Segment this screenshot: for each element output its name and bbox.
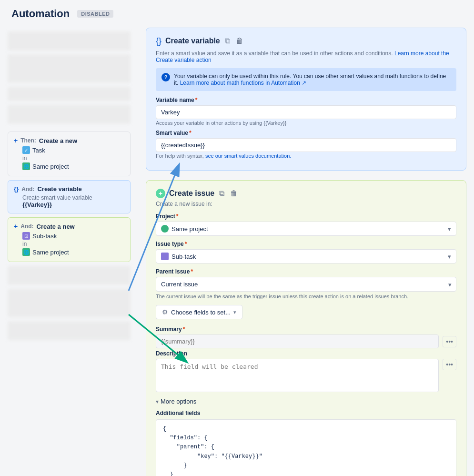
blurred-bottom-3 xyxy=(8,321,131,340)
blurred-sidebar-item-1 xyxy=(8,31,131,51)
smart-value-field: Smart value * For help with syntax, see … xyxy=(156,130,456,159)
code-block: { "fields": { "parent": { "key": "{{Vark… xyxy=(156,419,456,476)
choose-fields-label: Choose fields to set... xyxy=(171,309,231,316)
parent-issue-select[interactable]: Current issue xyxy=(156,277,456,292)
variable-panel-title: Create variable xyxy=(165,37,220,45)
more-options-chevron-icon: ▾ xyxy=(156,398,159,405)
additional-fields-label: Additional fields xyxy=(156,410,456,416)
choose-fields-chevron-icon: ▾ xyxy=(233,309,236,315)
page-title: Automation xyxy=(11,8,70,20)
description-section: Description ••• xyxy=(156,350,456,392)
additional-fields-section: Additional fields { "fields": { "parent"… xyxy=(156,410,456,476)
create-preposition: in xyxy=(22,241,27,247)
gear-icon: ⚙ xyxy=(162,308,168,316)
summary-input[interactable] xyxy=(156,334,439,348)
variable-card-prefix: And: xyxy=(21,186,34,192)
summary-label: Summary * xyxy=(156,326,456,333)
more-options-label: More options xyxy=(161,398,196,405)
parent-issue-select-wrapper: Current issue ▾ xyxy=(156,277,456,292)
variable-info-box: ? Your variable can only be used within … xyxy=(156,68,456,91)
smart-values-doc-link[interactable]: see our smart values documentation. xyxy=(205,153,291,159)
then-item-type-row: ✓ Task xyxy=(22,146,124,154)
variable-panel-description: Enter a smart value and save it as a var… xyxy=(156,50,456,63)
delete-variable-button[interactable]: 🗑 xyxy=(235,36,244,46)
project-chevron-icon: ▾ xyxy=(448,225,451,233)
create-item-type: Sub-task xyxy=(32,233,57,240)
then-create-card[interactable]: + Then: Create a new ✓ Task in 🌐 Same pr… xyxy=(8,132,131,176)
variable-name-field: Variable name * Access your variable in … xyxy=(156,97,456,126)
project-required: * xyxy=(176,213,179,220)
then-card-action: Create a new xyxy=(39,137,77,144)
page-header: Automation DISABLED xyxy=(0,0,474,24)
variable-name-input[interactable] xyxy=(156,105,456,119)
then-preposition: in xyxy=(22,155,27,162)
right-panel: {} Create variable ⧉ 🗑 Enter a smart val… xyxy=(138,28,474,476)
issue-type-label: Issue type * xyxy=(156,241,456,247)
variable-panel: {} Create variable ⧉ 🗑 Enter a smart val… xyxy=(146,28,466,171)
create-subtask-card[interactable]: + And: Create a new ⊡ Sub-task in 🌐 Same… xyxy=(8,217,131,262)
then-project-icon: 🌐 xyxy=(22,162,30,170)
issue-plus-circle: + xyxy=(156,189,165,198)
create-project-icon: 🌐 xyxy=(22,248,30,256)
create-card-prefix: And: xyxy=(20,223,33,230)
blurred-sidebar-item-2 xyxy=(8,54,131,83)
smart-value-input[interactable] xyxy=(156,138,456,152)
parent-issue-label: Parent issue * xyxy=(156,268,456,275)
description-row: ••• xyxy=(156,359,456,392)
issue-type-value: Sub-task xyxy=(171,253,196,260)
project-select[interactable]: Same project ▾ xyxy=(156,222,456,236)
then-preposition-row: in xyxy=(22,155,124,162)
variable-panel-header: {} Create variable ⧉ 🗑 xyxy=(156,36,456,46)
issue-type-select[interactable]: Sub-task ▾ xyxy=(156,249,456,263)
create-preposition-row: in xyxy=(22,241,124,247)
create-card-action: Create a new xyxy=(37,223,75,230)
summary-more-button[interactable]: ••• xyxy=(443,336,456,347)
more-options-toggle[interactable]: ▾ More options xyxy=(156,398,456,405)
blurred-bottom-2 xyxy=(8,289,131,317)
choose-fields-button[interactable]: ⚙ Choose fields to set... ▾ xyxy=(156,305,242,319)
issue-panel-header: + Create issue ⧉ 🗑 xyxy=(156,188,456,199)
create-item-type-row: ⊡ Sub-task xyxy=(22,232,124,240)
description-input[interactable] xyxy=(156,359,439,392)
bottom-blurred-section xyxy=(8,266,131,340)
variable-name-helper: Access your variable in other actions by… xyxy=(156,120,456,126)
copy-variable-button[interactable]: ⧉ xyxy=(224,36,231,46)
summary-required: * xyxy=(183,326,185,333)
info-text: Your variable can only be used within th… xyxy=(174,73,451,86)
variable-description: Create smart value variable xyxy=(22,194,124,201)
status-badge: DISABLED xyxy=(77,10,113,18)
parent-note: The current issue will be the same as th… xyxy=(156,294,456,299)
create-card-header: + And: Create a new xyxy=(14,223,124,230)
create-project-row: 🌐 Same project xyxy=(22,248,124,256)
subtask-type-icon xyxy=(161,253,169,260)
issue-type-chevron-icon: ▾ xyxy=(448,253,451,260)
project-value: Same project xyxy=(171,225,208,233)
copy-issue-button[interactable]: ⧉ xyxy=(218,188,225,199)
required-star: * xyxy=(195,97,198,103)
variable-name-label: Variable name * xyxy=(156,97,456,103)
create-card-content: ⊡ Sub-task in 🌐 Same project xyxy=(22,232,124,256)
variable-card[interactable]: {} And: Create variable Create smart val… xyxy=(8,180,131,213)
then-card-header: + Then: Create a new xyxy=(14,137,124,144)
create-new-text: Create a new issue in: xyxy=(156,201,456,207)
info-icon: ? xyxy=(161,73,170,81)
create-project: Same project xyxy=(32,249,69,256)
issue-panel-title: Create issue xyxy=(169,189,214,198)
description-label: Description xyxy=(156,350,456,357)
variable-card-header: {} And: Create variable xyxy=(14,185,124,192)
blurred-sidebar-item-4 xyxy=(8,105,131,124)
issue-panel: + Create issue ⧉ 🗑 Create a new issue in… xyxy=(146,180,466,476)
issue-type-required: * xyxy=(185,241,187,247)
project-label: Project * xyxy=(156,213,456,220)
then-project-row: 🌐 Same project xyxy=(22,162,124,170)
math-functions-link[interactable]: Learn more about math functions in Autom… xyxy=(180,80,307,86)
subtask-icon: ⊡ xyxy=(22,232,30,240)
main-layout: + Then: Create a new ✓ Task in 🌐 Same pr… xyxy=(0,24,474,476)
variable-card-content: Create smart value variable {{Varkey}} xyxy=(22,194,124,208)
summary-row: ••• xyxy=(156,334,456,348)
smart-value-helper: For help with syntax, see our smart valu… xyxy=(156,153,456,159)
description-more-button[interactable]: ••• xyxy=(443,359,456,370)
delete-issue-button[interactable]: 🗑 xyxy=(229,188,239,199)
world-icon xyxy=(161,225,169,233)
blurred-sidebar-item-3 xyxy=(8,87,131,101)
